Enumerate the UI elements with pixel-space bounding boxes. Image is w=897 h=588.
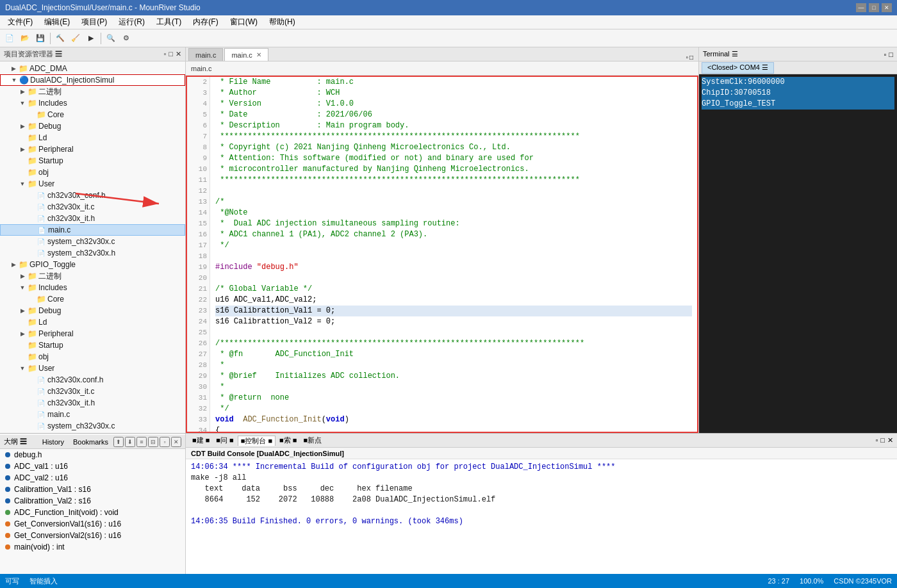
tab-close-icon[interactable]: ✕ [256, 51, 261, 58]
tree-item-ld2[interactable]: 📁 Ld [0, 316, 185, 328]
outline-close-btn[interactable]: ✕ [171, 437, 181, 447]
tree-item-core1[interactable]: 📁 Core [0, 109, 185, 120]
editor-minimize-icon[interactable]: ▫ [686, 54, 688, 61]
tree-toggle[interactable]: ▼ [18, 364, 27, 373]
tree-toggle[interactable]: ▶ [18, 329, 27, 338]
tree-item-peripheral1[interactable]: ▶ 📁 Peripheral [0, 143, 185, 155]
terminal-maximize-icon[interactable]: □ [889, 51, 893, 58]
editor-tab-main-c-2[interactable]: main.c ✕ [224, 48, 268, 61]
outline-item-debug[interactable]: debug.h [0, 449, 185, 461]
tree-toggle[interactable]: ▶ [18, 122, 27, 131]
code-text[interactable]: * File Name : main.c * Author : WCH * Ve… [210, 77, 697, 433]
code-editor[interactable]: 2 3 4 5 6 7 8 9 10 11 12 13 14 15 [186, 76, 698, 433]
tree-toggle[interactable]: ▼ [10, 76, 19, 85]
tree-item-system-h[interactable]: 📄 system_ch32v30x.h [0, 247, 185, 259]
tree-item-adc-dma[interactable]: ▶ 📁 ADC_DMA [0, 63, 185, 74]
menu-item[interactable]: 工具(T) [151, 15, 186, 29]
outline-item-get-conv2[interactable]: Get_ConversionVal2(s16) : u16 [0, 530, 185, 541]
window-controls[interactable]: — □ ✕ [856, 3, 892, 12]
tree-toggle[interactable]: ▶ [18, 272, 27, 281]
outline-btn-2[interactable]: ⬇ [125, 437, 135, 447]
tree-item-obj1[interactable]: 📁 obj [0, 167, 185, 178]
terminal-com4-tab[interactable]: <Closed> COM4 ☰ [702, 62, 774, 74]
clean-button[interactable]: 🧹 [69, 31, 83, 45]
outline-bookmarks-tab[interactable]: Bookmarks [69, 438, 112, 446]
panel-close-icon[interactable]: ✕ [176, 50, 181, 58]
menu-item[interactable]: 项目(P) [76, 15, 112, 29]
tree-item-gpio-toggle[interactable]: ▶ 📁 GPIO_Toggle [0, 259, 185, 270]
save-button[interactable]: 💾 [33, 31, 47, 45]
tree-toggle[interactable]: ▶ [18, 87, 27, 96]
console-tab-problems[interactable]: ■问 ■ [213, 436, 236, 445]
tree-item-includes2[interactable]: ▼ 📁 Includes [0, 282, 185, 293]
tree-item-user1[interactable]: ▼ 📁 User [0, 178, 185, 190]
console-tab-console[interactable]: ■控制台 ■ [238, 436, 276, 446]
tree-toggle[interactable]: ▶ [18, 145, 27, 154]
tree-item-main-c[interactable]: 📄 main.c [0, 224, 185, 236]
tree-toggle[interactable]: ▼ [18, 179, 27, 188]
settings-button[interactable]: ⚙ [119, 31, 133, 45]
tree-item-includes1[interactable]: ▼ 📁 Includes [0, 97, 185, 109]
tree-item-binary2[interactable]: ▶ 📁 二进制 [0, 270, 185, 282]
outline-collapse-btn[interactable]: ⊟ [148, 437, 158, 447]
tree-item-user2[interactable]: ▼ 📁 User [0, 363, 185, 374]
tree-item-g-it-h[interactable]: 📄 ch32v30x_it.h [0, 397, 185, 409]
tree-toggle[interactable]: ▼ [18, 283, 27, 292]
outline-btn-1[interactable]: ⬆ [113, 437, 124, 447]
tree-item-debug1[interactable]: ▶ 📁 Debug [0, 120, 185, 132]
new-file-button[interactable]: 📄 [3, 31, 17, 45]
console-tab-breakpoints[interactable]: ■新点 [300, 436, 324, 445]
outline-item-main[interactable]: main(void) : int [0, 541, 185, 553]
menu-item[interactable]: 内存(F) [188, 15, 223, 29]
outline-item-adc-val1[interactable]: ADC_val1 : u16 [0, 461, 185, 472]
tree-item-startup2[interactable]: 📁 Startup [0, 339, 185, 351]
search-button[interactable]: 🔍 [104, 31, 118, 45]
outline-item-cal-val1[interactable]: Calibrattion_Val1 : s16 [0, 484, 185, 495]
console-tab-search[interactable]: ■索 ■ [277, 436, 299, 445]
debug-button[interactable]: ▶ [84, 31, 98, 45]
tree-item-g-system-c[interactable]: 📄 system_ch32v30x.c [0, 420, 185, 432]
tree-item-ld1[interactable]: 📁 Ld [0, 132, 185, 143]
tree-item-obj2[interactable]: 📁 obj [0, 351, 185, 363]
tree-toggle[interactable]: ▼ [18, 99, 27, 108]
tree-item-core2[interactable]: 📁 Core [0, 293, 185, 305]
console-maximize-icon[interactable]: □ [880, 436, 885, 445]
menu-item[interactable]: 文件(F) [3, 15, 38, 29]
tree-item-binary1[interactable]: ▶ 📁 二进制 [0, 86, 185, 97]
editor-tab-main-c-1[interactable]: main.c [188, 48, 223, 61]
console-close-icon[interactable]: ✕ [887, 436, 893, 445]
tree-item-g-it-c[interactable]: 📄 ch32v30x_it.c [0, 386, 185, 397]
menu-item[interactable]: 窗口(W) [225, 15, 263, 29]
menu-item[interactable]: 运行(R) [113, 15, 150, 29]
tree-item-startup1[interactable]: 📁 Startup [0, 155, 185, 167]
menu-item[interactable]: 帮助(H) [264, 15, 300, 29]
tree-item-conf-h[interactable]: 📄 ch32v30x_conf.h [0, 190, 185, 201]
terminal-content[interactable]: SystemClk:96000000 ChipID:30700518 GPIO_… [699, 74, 897, 433]
console-tab-build[interactable]: ■建 ■ [190, 436, 212, 445]
outline-item-cal-val2[interactable]: Calibrattion_Val2 : s16 [0, 495, 185, 507]
tree-toggle[interactable]: ▶ [9, 260, 18, 269]
open-button[interactable]: 📂 [18, 31, 32, 45]
tree-toggle[interactable]: ▶ [9, 64, 18, 73]
outline-history-tab[interactable]: History [38, 438, 68, 446]
outline-item-adc-func[interactable]: ADC_Function_Init(void) : void [0, 507, 185, 518]
tree-item-g-main-c[interactable]: 📄 main.c [0, 409, 185, 420]
outline-item-adc-val2[interactable]: ADC_val2 : u16 [0, 472, 185, 484]
panel-minimize-icon[interactable]: ▫ [163, 50, 166, 58]
maximize-button[interactable]: □ [869, 3, 879, 12]
close-button[interactable]: ✕ [882, 3, 892, 12]
menu-item[interactable]: 编辑(E) [39, 15, 75, 29]
tree-item-system-c[interactable]: 📄 system_ch32v30x.c [0, 236, 185, 247]
tree-item-peripheral2[interactable]: ▶ 📁 Peripheral [0, 328, 185, 339]
tree-toggle[interactable]: ▶ [18, 306, 27, 315]
outline-item-get-conv1[interactable]: Get_ConversionVal1(s16) : u16 [0, 518, 185, 530]
build-button[interactable]: 🔨 [53, 31, 67, 45]
minimize-button[interactable]: — [856, 3, 866, 12]
tree-item-debug2[interactable]: ▶ 📁 Debug [0, 305, 185, 316]
tree-item-it-c[interactable]: 📄 ch32v30x_it.c [0, 201, 185, 213]
tree-item-dual-adc[interactable]: ▼ 🔵 DualADC_InjectionSimul [0, 74, 185, 86]
outline-btn-3[interactable]: ≡ [136, 437, 147, 447]
outline-minimize-btn[interactable]: ▫ [160, 437, 170, 447]
editor-maximize-icon[interactable]: □ [689, 54, 693, 61]
tree-item-g-conf-h[interactable]: 📄 ch32v30x.conf.h [0, 374, 185, 386]
